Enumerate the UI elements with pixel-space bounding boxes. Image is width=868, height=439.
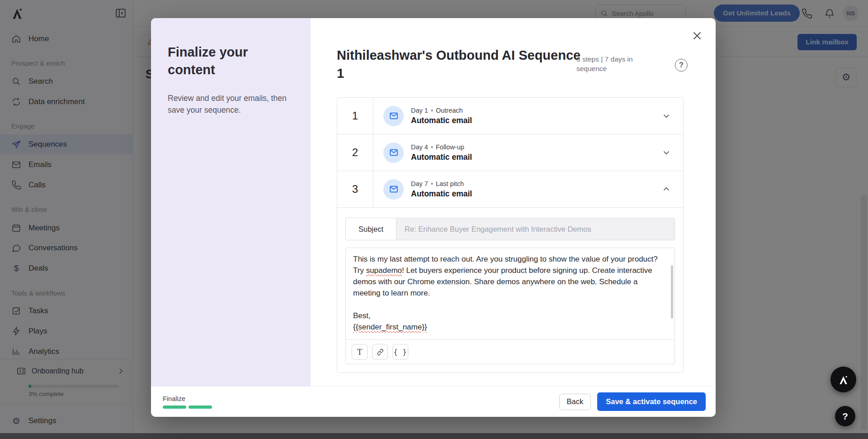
progress-segment-1: [163, 406, 186, 409]
braces-icon: { }: [393, 348, 407, 356]
chevron-down-icon[interactable]: [661, 148, 671, 157]
step-number: 3: [337, 171, 373, 207]
subject-field-row: Subject: [345, 218, 675, 240]
chevron-up-icon[interactable]: [661, 184, 671, 194]
step-row-2[interactable]: 2 Day 4•Follow-up Automatic email: [337, 134, 683, 171]
step-type: Automatic email: [411, 189, 472, 199]
aside-title: Finalize your content: [168, 43, 294, 79]
step-schedule: Day 7•Last pitch: [411, 180, 472, 187]
help-fab[interactable]: ?: [835, 406, 855, 426]
sequence-meta: 3 steps | 7 days in sequence: [576, 54, 635, 73]
finalize-progress: Finalize: [163, 395, 212, 409]
insert-variable-button[interactable]: { }: [392, 344, 408, 360]
email-step-icon: [383, 143, 404, 163]
step-type: Automatic email: [411, 116, 472, 125]
email-body-editor: This is my last attempt to reach out. Ar…: [345, 248, 675, 364]
finalize-label: Finalize: [163, 395, 212, 402]
window-bottom-edge: [0, 433, 868, 439]
text-format-button[interactable]: T: [352, 344, 368, 360]
email-body-textarea[interactable]: This is my last attempt to reach out. Ar…: [346, 248, 675, 339]
text-format-icon: T: [357, 347, 363, 357]
step-type: Automatic email: [411, 153, 472, 162]
aside-subtitle: Review and edit your emails, then save y…: [168, 92, 294, 116]
sequence-steps-card: 1 Day 1•Outreach Automatic email 2: [337, 97, 684, 373]
step-schedule: Day 4•Follow-up: [411, 143, 472, 151]
progress-segment-2: [189, 406, 212, 409]
subject-label: Subject: [346, 218, 396, 240]
back-button[interactable]: Back: [559, 394, 591, 410]
insert-link-button[interactable]: [372, 344, 388, 360]
modal-content: Nithileashwar's Outbound AI Sequence 1 3…: [311, 18, 716, 386]
email-step-icon: [383, 179, 404, 200]
step-schedule: Day 1•Outreach: [411, 107, 472, 114]
subject-input[interactable]: [396, 218, 675, 240]
step-row-1[interactable]: 1 Day 1•Outreach Automatic email: [337, 98, 683, 134]
email-step-icon: [383, 106, 404, 126]
chevron-down-icon[interactable]: [661, 111, 671, 121]
screen: Home Prospect & enrich Search Data enric…: [0, 0, 868, 439]
modal-footer: Finalize Back Save & activate sequence: [151, 386, 716, 417]
editor-toolbar: T { }: [346, 339, 675, 364]
link-icon: [376, 348, 384, 356]
help-icon[interactable]: ?: [675, 59, 688, 72]
step-row-3[interactable]: 3 Day 7•Last pitch Automatic email: [337, 171, 683, 208]
sequence-title: Nithileashwar's Outbound AI Sequence 1: [337, 46, 586, 82]
apollo-assistant-fab[interactable]: [830, 367, 856, 392]
editor-scrollbar[interactable]: [671, 265, 673, 319]
save-activate-button[interactable]: Save & activate sequence: [597, 392, 706, 411]
flagged-word: supademo: [366, 266, 402, 275]
modal-aside-panel: Finalize your content Review and edit yo…: [151, 18, 311, 386]
step-number: 1: [337, 98, 373, 134]
close-icon[interactable]: [690, 29, 704, 43]
finalize-sequence-modal: Finalize your content Review and edit yo…: [151, 18, 716, 417]
merge-token: {{sender_first_name}}: [353, 323, 427, 331]
step-3-editor: Subject This is my last attempt to reach…: [337, 208, 683, 372]
step-number: 2: [337, 134, 373, 171]
